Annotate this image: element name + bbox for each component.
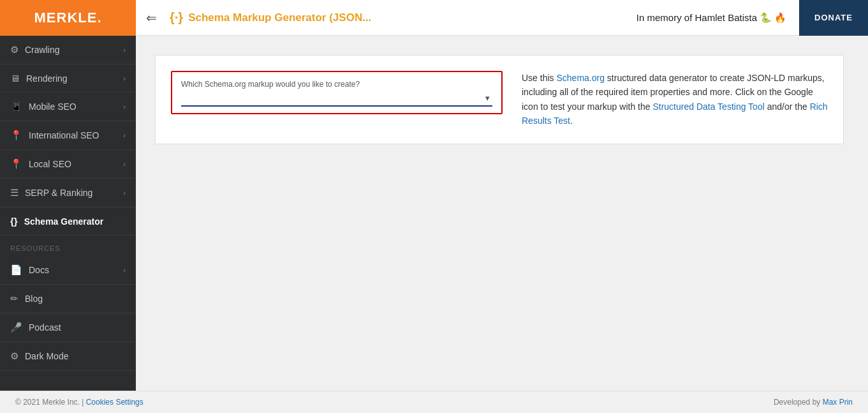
chevron-down-icon: › bbox=[123, 266, 126, 274]
info-text-between: and/or the bbox=[765, 101, 810, 112]
chevron-down-icon: › bbox=[123, 189, 126, 197]
crawling-icon: ⚙ bbox=[10, 44, 18, 56]
header-title: {·} Schema Markup Generator (JSON... bbox=[167, 10, 636, 25]
sidebar-item-label: Podcast bbox=[29, 322, 61, 333]
chevron-down-icon: › bbox=[123, 46, 126, 54]
chevron-down-icon: › bbox=[123, 75, 126, 82]
rendering-icon: 🖥 bbox=[10, 73, 20, 84]
sidebar-item-schema-generator[interactable]: {} Schema Generator bbox=[0, 207, 136, 236]
dark-mode-icon: ⚙ bbox=[10, 350, 18, 362]
sidebar-item-dark-mode[interactable]: ⚙ Dark Mode bbox=[0, 342, 136, 371]
sidebar-item-serp-ranking[interactable]: ☰ SERP & Ranking › bbox=[0, 179, 136, 207]
developer-link[interactable]: Max Prin bbox=[823, 398, 853, 407]
footer-developer: Developed by Max Prin bbox=[774, 398, 853, 407]
chevron-down-icon: › bbox=[123, 131, 126, 139]
sidebar-item-podcast[interactable]: 🎤 Podcast bbox=[0, 313, 136, 342]
schema-select-wrapper: Which Schema.org markup would you like t… bbox=[171, 71, 503, 114]
info-panel: Use this Schema.org structured data gene… bbox=[522, 71, 828, 128]
sidebar-item-label: Dark Mode bbox=[25, 351, 68, 361]
chevron-down-icon: › bbox=[123, 103, 126, 110]
info-text-before-link1: Use this bbox=[522, 73, 556, 83]
sidebar-item-label: Mobile SEO bbox=[29, 101, 77, 112]
sidebar-item-label: Rendering bbox=[26, 73, 68, 84]
back-button[interactable]: ⇐ bbox=[136, 10, 167, 26]
sidebar-item-rendering[interactable]: 🖥 Rendering › bbox=[0, 64, 136, 93]
resources-section-label: Resources bbox=[0, 236, 136, 256]
docs-icon: 📄 bbox=[10, 264, 22, 276]
footer-copyright: © 2021 Merkle Inc. | Cookies Settings bbox=[15, 398, 143, 407]
donate-button[interactable]: DONATE bbox=[799, 0, 868, 36]
logo: MERKLE. bbox=[0, 0, 136, 36]
sidebar-item-label: SERP & Ranking bbox=[25, 188, 92, 198]
mobile-seo-icon: 📱 bbox=[10, 101, 22, 112]
sidebar: ⚙ Crawling › 🖥 Rendering › 📱 Mobile SEO … bbox=[0, 36, 136, 391]
chevron-down-icon: › bbox=[123, 160, 126, 168]
sidebar-item-mobile-seo[interactable]: 📱 Mobile SEO › bbox=[0, 93, 136, 121]
sidebar-item-label: Blog bbox=[25, 294, 43, 304]
sidebar-item-label: Schema Generator bbox=[24, 216, 104, 227]
cookies-settings-link[interactable]: Cookies Settings bbox=[86, 398, 143, 407]
sidebar-item-label: Crawling bbox=[25, 45, 59, 55]
sidebar-item-label: Docs bbox=[29, 265, 49, 275]
sidebar-item-label: Local SEO bbox=[29, 159, 71, 169]
serp-ranking-icon: ☰ bbox=[10, 187, 18, 199]
app-header: MERKLE. ⇐ {·} Schema Markup Generator (J… bbox=[0, 0, 868, 36]
schema-generator-icon: {} bbox=[10, 216, 18, 227]
schema-select-label: Which Schema.org markup would you like t… bbox=[181, 80, 492, 89]
main-content: Which Schema.org markup would you like t… bbox=[136, 36, 868, 391]
sidebar-item-docs[interactable]: 📄 Docs › bbox=[0, 256, 136, 285]
schema-select-row: ▾ bbox=[181, 93, 492, 107]
schema-org-link[interactable]: Schema.org bbox=[556, 73, 604, 83]
info-text-end: . bbox=[570, 116, 573, 126]
podcast-icon: 🎤 bbox=[10, 322, 22, 333]
footer: © 2021 Merkle Inc. | Cookies Settings De… bbox=[0, 391, 868, 413]
international-seo-icon: 📍 bbox=[10, 130, 22, 141]
structured-data-testing-tool-link[interactable]: Structured Data Testing Tool bbox=[652, 101, 764, 112]
selector-panel: Which Schema.org markup would you like t… bbox=[171, 71, 503, 128]
content-card: Which Schema.org markup would you like t… bbox=[155, 55, 844, 144]
main-layout: ⚙ Crawling › 🖥 Rendering › 📱 Mobile SEO … bbox=[0, 36, 868, 391]
chevron-down-icon[interactable]: ▾ bbox=[485, 93, 490, 103]
schema-select-input[interactable] bbox=[181, 93, 485, 103]
sidebar-item-blog[interactable]: ✏ Blog bbox=[0, 285, 136, 313]
local-seo-icon: 📍 bbox=[10, 158, 22, 170]
sidebar-item-crawling[interactable]: ⚙ Crawling › bbox=[0, 36, 136, 64]
sidebar-item-label: International SEO bbox=[29, 130, 99, 140]
memory-tribute: In memory of Hamlet Batista 🐍 🔥 bbox=[636, 12, 799, 24]
sidebar-item-local-seo[interactable]: 📍 Local SEO › bbox=[0, 150, 136, 179]
blog-icon: ✏ bbox=[10, 293, 18, 304]
schema-icon: {·} bbox=[170, 10, 183, 25]
sidebar-item-international-seo[interactable]: 📍 International SEO › bbox=[0, 121, 136, 150]
